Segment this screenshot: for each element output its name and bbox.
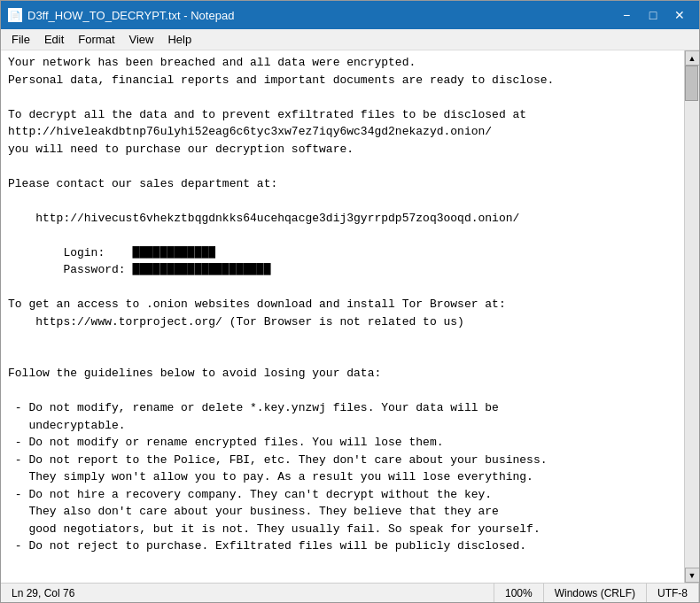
text-editor[interactable]: Your network has been breached and all d… bbox=[1, 50, 684, 583]
title-bar: 📄 D3ff_HOW_TO_DECRYPT.txt - Notepad − □ … bbox=[1, 1, 699, 29]
status-bar: Ln 29, Col 76 100% Windows (CRLF) UTF-8 bbox=[1, 583, 699, 602]
status-encoding: UTF-8 bbox=[647, 584, 699, 602]
menu-format[interactable]: Format bbox=[71, 31, 121, 48]
status-position: Ln 29, Col 76 bbox=[1, 584, 494, 602]
text-container: Your network has been breached and all d… bbox=[1, 50, 699, 583]
title-bar-controls: − □ ✕ bbox=[614, 5, 692, 25]
maximize-button[interactable]: □ bbox=[641, 5, 665, 25]
menu-view[interactable]: View bbox=[122, 31, 161, 48]
close-button[interactable]: ✕ bbox=[667, 5, 692, 25]
scroll-thumb[interactable] bbox=[685, 66, 698, 101]
menu-edit[interactable]: Edit bbox=[37, 31, 71, 48]
status-zoom: 100% bbox=[494, 584, 544, 602]
vertical-scrollbar[interactable]: ▲ ▼ bbox=[684, 50, 699, 583]
title-bar-left: 📄 D3ff_HOW_TO_DECRYPT.txt - Notepad bbox=[8, 8, 234, 22]
scroll-down-button[interactable]: ▼ bbox=[685, 568, 700, 583]
status-line-ending: Windows (CRLF) bbox=[544, 584, 647, 602]
notepad-window: 📄 D3ff_HOW_TO_DECRYPT.txt - Notepad − □ … bbox=[0, 0, 700, 603]
scroll-track[interactable] bbox=[685, 66, 699, 568]
menu-help[interactable]: Help bbox=[160, 31, 198, 48]
menu-bar: File Edit Format View Help bbox=[1, 29, 699, 50]
notepad-icon: 📄 bbox=[8, 8, 22, 22]
scroll-up-button[interactable]: ▲ bbox=[685, 50, 700, 66]
window-title: D3ff_HOW_TO_DECRYPT.txt - Notepad bbox=[27, 9, 234, 22]
menu-file[interactable]: File bbox=[4, 31, 37, 48]
minimize-button[interactable]: − bbox=[614, 5, 639, 25]
